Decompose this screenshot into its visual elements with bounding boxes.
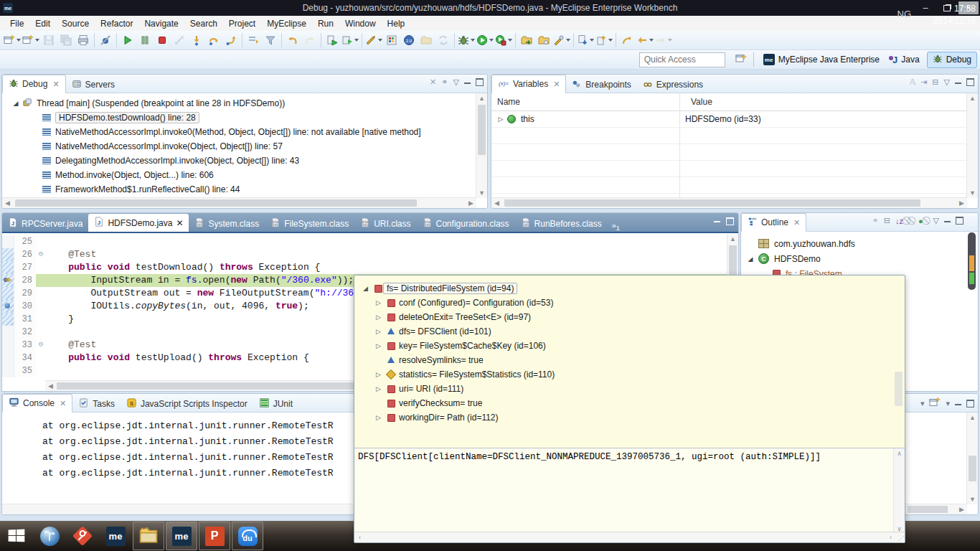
expander-icon[interactable]: ▷	[376, 385, 381, 392]
dropdown-caret[interactable]	[17, 39, 21, 42]
collapse-all-icon[interactable]: ⊟	[932, 77, 938, 87]
taskbar-explorer[interactable]	[133, 522, 164, 550]
menu-source[interactable]: Source	[56, 17, 95, 30]
import-folder-icon[interactable]	[518, 32, 535, 49]
outline-item[interactable]: ◢CHDFSDemo	[741, 251, 978, 266]
outline-item[interactable]: com.yuzhouwan.hdfs	[741, 236, 978, 251]
popup-detail-pane[interactable]: DFS[DFSClient[clientName=DFSClient_NONMA…	[354, 448, 894, 534]
view-menu-icon[interactable]: ▽	[933, 216, 939, 225]
editor-ruler[interactable]	[2, 261, 14, 274]
tab-rpcserver-java[interactable]: JRPCServer.java	[2, 215, 88, 232]
show-logical-structure-icon[interactable]: 𝔸	[910, 77, 915, 87]
variables-vscrollbar[interactable]: ▲▼	[966, 93, 978, 198]
dropdown-caret[interactable]	[471, 39, 475, 42]
editor-ruler[interactable]	[2, 352, 14, 364]
forward-icon[interactable]	[654, 32, 673, 49]
tab-system-class[interactable]: 010101System.class	[189, 215, 265, 232]
back-icon[interactable]	[636, 32, 654, 49]
editor-window-buttons[interactable]	[714, 217, 734, 225]
popup-variable-row[interactable]: ▷workingDir= Path (id=112)	[354, 410, 905, 425]
debug-vscrollbar[interactable]: ▲ ▼	[476, 93, 487, 198]
popup-variable-row[interactable]: verifyChecksum= true	[354, 396, 905, 410]
profile-icon[interactable]	[494, 32, 513, 49]
report-wizard-icon[interactable]	[364, 32, 383, 49]
close-tab-icon[interactable]: ✕	[52, 80, 59, 89]
taskbar-myeclipse-window[interactable]: me	[166, 522, 197, 550]
debug-launch-tree[interactable]: ◢Thread [main] (Suspended (breakpoint at…	[2, 93, 487, 209]
debug-toolbar-icon[interactable]: ⚭	[441, 77, 448, 87]
menu-search[interactable]: Search	[184, 17, 223, 30]
resize-grip[interactable]: ⋰	[898, 535, 904, 542]
menu-run[interactable]: Run	[312, 17, 339, 30]
stack-frame-row[interactable]: Method.invoke(Object, Object...) line: 6…	[2, 168, 487, 182]
step-return-icon[interactable]	[222, 32, 240, 49]
expander-icon[interactable]: ◢	[363, 285, 368, 292]
tab-servers[interactable]: Servers	[66, 77, 121, 93]
popup-variable-row[interactable]: ◢fs= DistributedFileSystem (id=94)	[354, 281, 905, 296]
taskbar-myeclipse[interactable]: me	[100, 522, 131, 550]
palette-icon[interactable]	[383, 32, 400, 49]
open-report-icon[interactable]	[418, 32, 435, 49]
redo-arrow-icon[interactable]	[301, 32, 319, 49]
terminate-icon[interactable]	[154, 32, 171, 49]
maximize-view-icon[interactable]	[476, 78, 484, 86]
maximize-view-icon[interactable]	[966, 78, 974, 86]
variables-hscrollbar[interactable]: ◀ ▶	[491, 197, 967, 208]
tab-runbefores-class[interactable]: 010101RunBefores.class	[515, 215, 608, 232]
editor-ruler[interactable]	[2, 274, 14, 287]
menu-window[interactable]: Window	[339, 17, 382, 30]
export-folder-icon[interactable]	[535, 32, 552, 49]
undo-arrow-icon[interactable]	[284, 32, 301, 49]
step-into-icon[interactable]	[188, 32, 205, 49]
debug-thread-row[interactable]: ◢Thread [main] (Suspended (breakpoint at…	[2, 96, 487, 110]
tab-filesystem-class[interactable]: 010101FileSystem.class	[265, 215, 354, 232]
taskbar-start[interactable]	[1, 522, 32, 550]
minimize-view-icon[interactable]	[944, 217, 951, 225]
taskbar-sourcetree[interactable]	[34, 522, 65, 550]
menu-navigate[interactable]: Navigate	[138, 17, 184, 30]
hide-nonpublic-icon[interactable]: ●	[918, 217, 923, 225]
popup-detail-vscrollbar[interactable]: ∧∨	[893, 448, 905, 534]
open-perspective-icon[interactable]	[732, 52, 750, 68]
variables-table[interactable]: ▷thisHDFSDemo (id=33)	[491, 111, 978, 209]
run-history-icon[interactable]	[341, 32, 359, 49]
menu-help[interactable]: Help	[382, 17, 411, 30]
collapse-all-icon[interactable]: ⊟	[884, 216, 890, 225]
system-clock[interactable]: 17:58 2014/11/16	[933, 3, 976, 27]
view-menu-icon[interactable]: ▽	[453, 77, 459, 87]
popup-variable-tree[interactable]: ◢fs= DistributedFileSystem (id=94)▷conf …	[354, 276, 905, 425]
outline-link-icon[interactable]: ⚭	[872, 216, 878, 225]
expander-icon[interactable]: ◢	[747, 255, 754, 263]
dropdown-caret[interactable]	[590, 39, 594, 42]
remove-terminated-icon[interactable]: ✕	[430, 77, 436, 87]
minimize-button[interactable]: –	[915, 1, 936, 14]
popup-variable-row[interactable]: ▷key= FileSystem$Cache$Key (id=106)	[354, 339, 905, 353]
sort-icon[interactable]: ↓z	[895, 217, 903, 225]
quick-access-input[interactable]	[639, 52, 725, 67]
menu-project[interactable]: Project	[223, 17, 261, 30]
tab-configuration-class[interactable]: 010101Configuration.class	[417, 215, 515, 232]
new-menu-icon[interactable]	[22, 32, 40, 49]
perspective-debug[interactable]: Debug	[927, 52, 977, 68]
dropdown-caret[interactable]	[566, 39, 570, 42]
tab-tasks[interactable]: Tasks	[72, 396, 121, 412]
run-icon[interactable]	[476, 32, 494, 49]
code-text[interactable]: @Test	[46, 248, 738, 261]
close-tab-icon[interactable]: ✕	[176, 218, 183, 228]
minimize-view-icon[interactable]	[955, 400, 961, 408]
editor-ruler[interactable]	[2, 235, 14, 248]
dropdown-caret[interactable]	[668, 39, 672, 42]
perspective-myeclipse-java-enterprise[interactable]: meMyEclipse Java Enterprise	[758, 52, 885, 67]
tab-uri-class[interactable]: 010101URI.class	[354, 215, 416, 232]
tab-hdfsdemo-java[interactable]: JHDFSDemo.java✕	[88, 214, 189, 232]
debug-hscrollbar[interactable]: ◀ ▶	[2, 197, 476, 208]
fold-marker-collapse[interactable]: ⊖	[36, 248, 46, 261]
expander-icon[interactable]: ▷	[376, 342, 381, 349]
expander-icon[interactable]: ▷	[376, 314, 381, 321]
editor-ruler[interactable]	[2, 364, 14, 377]
disconnect-icon[interactable]	[171, 32, 188, 49]
search-brush-icon[interactable]	[552, 32, 571, 49]
save-all-icon[interactable]	[57, 32, 75, 49]
minimize-view-icon[interactable]	[955, 78, 961, 86]
taskbar-powerpoint[interactable]: P	[199, 522, 230, 550]
